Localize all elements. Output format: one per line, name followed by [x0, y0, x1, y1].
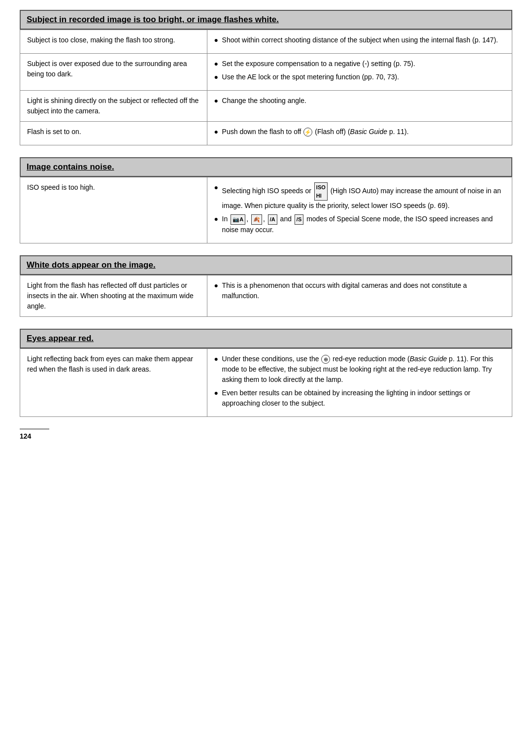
iso-hi-icon: ISOHI [314, 182, 328, 201]
table-image-noise: ISO speed is too high. Selecting high IS… [20, 177, 512, 243]
solution-cell: Shoot within correct shooting distance o… [207, 30, 512, 54]
table-row: Subject is too close, making the flash t… [20, 30, 512, 54]
section-image-noise: Image contains noise. ISO speed is too h… [20, 157, 512, 243]
cause-cell: ISO speed is too high. [20, 177, 207, 243]
scene-icon-3: /A [268, 214, 277, 225]
page-content: Subject in recorded image is too bright,… [20, 10, 512, 440]
table-row: Subject is over exposed due to the surro… [20, 54, 512, 91]
solution-cell: This is a phenomenon that occurs with di… [207, 275, 512, 316]
list-item: Push down the flash to off ⚡ (Flash off)… [214, 127, 505, 137]
solution-list: Change the shooting angle. [214, 96, 505, 106]
section-eyes-red: Eyes appear red. Light reflecting back f… [20, 329, 512, 417]
solution-list: This is a phenomenon that occurs with di… [214, 280, 505, 301]
cause-cell: Light reflecting back from eyes can make… [20, 348, 207, 416]
list-item: Use the AE lock or the spot metering fun… [214, 72, 505, 82]
table-row: Flash is set to on. Push down the flash … [20, 122, 512, 145]
solution-cell: Set the exposure compensation to a negat… [207, 54, 512, 91]
cause-cell: Subject is over exposed due to the surro… [20, 54, 207, 91]
list-item: In 📷A, 🍂, /A and /S modes of Special Sce… [214, 214, 505, 235]
solution-cell: Change the shooting angle. [207, 91, 512, 122]
section-too-bright: Subject in recorded image is too bright,… [20, 10, 512, 145]
cause-cell: Light is shining directly on the subject… [20, 91, 207, 122]
section-header-eyes-red: Eyes appear red. [20, 329, 512, 348]
flash-off-icon: ⚡ [303, 128, 312, 137]
list-item: Under these conditions, use the ⊕ red-ey… [214, 354, 505, 385]
list-item: Change the shooting angle. [214, 96, 505, 106]
list-item: This is a phenomenon that occurs with di… [214, 280, 505, 301]
cause-cell: Subject is too close, making the flash t… [20, 30, 207, 54]
table-row: ISO speed is too high. Selecting high IS… [20, 177, 512, 243]
solution-cell: Selecting high ISO speeds or ISOHI (High… [207, 177, 512, 243]
section-white-dots: White dots appear on the image. Light fr… [20, 255, 512, 317]
section-header-white-dots: White dots appear on the image. [20, 255, 512, 275]
red-eye-icon: ⊕ [321, 355, 330, 364]
list-item: Shoot within correct shooting distance o… [214, 35, 505, 45]
scene-icon-4: /S [295, 214, 303, 225]
list-item: Selecting high ISO speeds or ISOHI (High… [214, 182, 505, 211]
solution-list: Shoot within correct shooting distance o… [214, 35, 505, 45]
solution-list: Push down the flash to off ⚡ (Flash off)… [214, 127, 505, 137]
scene-icon-1: 📷A [231, 214, 245, 225]
cause-cell: Light from the flash has reflected off d… [20, 275, 207, 316]
table-white-dots: Light from the flash has reflected off d… [20, 275, 512, 317]
table-row: Light from the flash has reflected off d… [20, 275, 512, 316]
solution-cell: Push down the flash to off ⚡ (Flash off)… [207, 122, 512, 145]
section-header-too-bright: Subject in recorded image is too bright,… [20, 10, 512, 30]
cause-cell: Flash is set to on. [20, 122, 207, 145]
solution-list: Selecting high ISO speeds or ISOHI (High… [214, 182, 505, 235]
page-number: 124 [20, 429, 49, 440]
and-label: and [280, 215, 292, 223]
table-too-bright: Subject is too close, making the flash t… [20, 30, 512, 145]
solution-list: Under these conditions, use the ⊕ red-ey… [214, 354, 505, 409]
list-item: Set the exposure compensation to a negat… [214, 59, 505, 69]
solution-cell: Under these conditions, use the ⊕ red-ey… [207, 348, 512, 416]
table-eyes-red: Light reflecting back from eyes can make… [20, 348, 512, 417]
table-row: Light is shining directly on the subject… [20, 91, 512, 122]
solution-list: Set the exposure compensation to a negat… [214, 59, 505, 82]
section-header-image-noise: Image contains noise. [20, 157, 512, 177]
list-item: Even better results can be obtained by i… [214, 388, 505, 409]
scene-icon-2: 🍂 [251, 214, 262, 225]
table-row: Light reflecting back from eyes can make… [20, 348, 512, 416]
